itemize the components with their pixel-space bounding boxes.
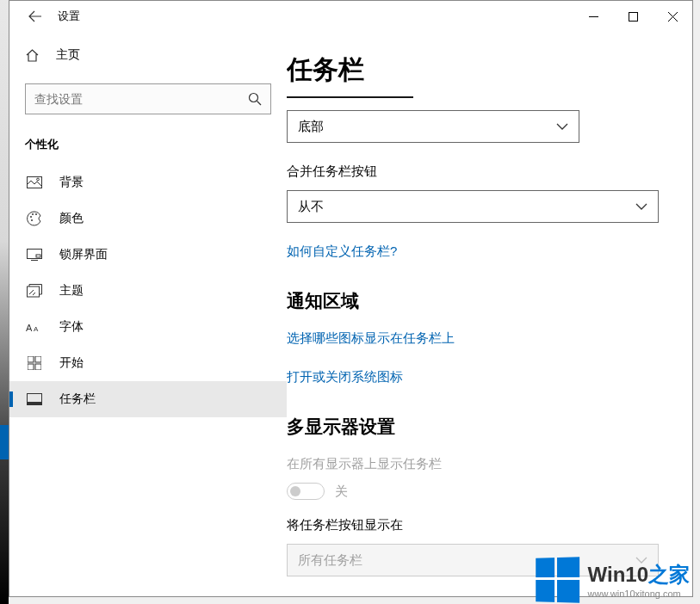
taskbar-position-dropdown[interactable]: 底部: [287, 110, 579, 143]
sidebar-item-label: 任务栏: [59, 391, 96, 407]
search-icon: [248, 92, 262, 106]
svg-rect-10: [36, 255, 40, 257]
lockscreen-icon: [25, 249, 44, 261]
svg-rect-17: [35, 364, 41, 370]
svg-point-7: [31, 219, 33, 221]
svg-text:A: A: [26, 323, 33, 333]
windows-logo-icon: [536, 557, 579, 602]
sidebar: 主页 个性化 背景 颜色 锁屏界面: [9, 32, 287, 596]
svg-rect-9: [31, 260, 38, 261]
settings-window: 设置 主页: [9, 0, 693, 597]
multi-display-section-title: 多显示器设置: [287, 415, 666, 439]
multi-show-toggle[interactable]: [287, 483, 325, 500]
combine-buttons-dropdown[interactable]: 从不: [287, 190, 659, 223]
svg-rect-16: [28, 364, 34, 370]
toggle-state-label: 关: [335, 484, 348, 500]
sidebar-item-fonts[interactable]: AA 字体: [9, 309, 287, 345]
home-button[interactable]: 主页: [9, 39, 287, 71]
sidebar-item-label: 开始: [59, 355, 84, 371]
home-label: 主页: [56, 47, 80, 63]
start-icon: [25, 356, 44, 370]
back-button[interactable]: [16, 1, 54, 32]
svg-point-3: [37, 178, 40, 181]
palette-icon: [25, 211, 44, 226]
sidebar-item-lockscreen[interactable]: 锁屏界面: [9, 237, 287, 273]
svg-point-4: [30, 216, 32, 218]
svg-text:A: A: [34, 325, 39, 333]
svg-rect-15: [35, 356, 41, 362]
dropdown-value: 从不: [298, 199, 635, 215]
font-icon: AA: [25, 321, 44, 333]
chevron-down-icon: [635, 203, 647, 210]
dropdown-value: 底部: [298, 119, 556, 135]
back-arrow-icon: [28, 9, 43, 24]
category-header: 个性化: [9, 114, 287, 164]
theme-icon: [25, 284, 44, 298]
cutoff-line: [287, 96, 413, 98]
maximize-icon: [629, 12, 638, 22]
window-title: 设置: [58, 9, 80, 24]
minimize-icon: [589, 12, 598, 22]
svg-point-5: [32, 213, 34, 215]
sidebar-item-label: 锁屏界面: [59, 247, 108, 262]
sidebar-item-label: 颜色: [59, 211, 84, 226]
svg-point-1: [250, 94, 258, 102]
watermark-url: www.win10xitong.com: [588, 589, 690, 599]
taskbar-icon: [25, 393, 44, 405]
multi-show-label: 在所有显示器上显示任务栏: [287, 456, 666, 472]
select-icons-link[interactable]: 选择哪些图标显示在任务栏上: [287, 330, 455, 347]
sidebar-item-background[interactable]: 背景: [9, 164, 287, 200]
main-panel: 任务栏 底部 合并任务栏按钮 从不 如何自定义任务栏? 通知区域 选择哪些图标显…: [287, 32, 692, 596]
maximize-button[interactable]: [613, 1, 653, 32]
sidebar-item-taskbar[interactable]: 任务栏: [9, 381, 287, 417]
picture-icon: [25, 176, 44, 188]
watermark: Win10之家 www.win10xitong.com: [535, 558, 690, 602]
svg-point-6: [35, 213, 37, 215]
svg-rect-19: [28, 402, 42, 405]
chevron-down-icon: [556, 123, 568, 130]
customize-taskbar-link[interactable]: 如何自定义任务栏?: [287, 243, 397, 260]
svg-rect-14: [28, 356, 34, 362]
close-button[interactable]: [653, 1, 692, 32]
system-icons-link[interactable]: 打开或关闭系统图标: [287, 369, 403, 385]
sidebar-item-label: 字体: [59, 319, 84, 335]
svg-rect-0: [629, 12, 637, 21]
search-input[interactable]: [34, 92, 248, 106]
close-icon: [668, 12, 678, 22]
notify-section-title: 通知区域: [287, 289, 666, 313]
minimize-button[interactable]: [573, 1, 613, 32]
show-buttons-where-label: 将任务栏按钮显示在: [287, 517, 666, 533]
titlebar: 设置: [9, 1, 692, 32]
home-icon: [25, 48, 42, 63]
sidebar-item-label: 背景: [59, 175, 84, 190]
page-title: 任务栏: [287, 52, 666, 88]
sidebar-item-themes[interactable]: 主题: [9, 273, 287, 309]
sidebar-item-label: 主题: [59, 283, 84, 299]
sidebar-item-colors[interactable]: 颜色: [9, 200, 287, 237]
search-box[interactable]: [25, 83, 271, 114]
sidebar-item-start[interactable]: 开始: [9, 345, 287, 381]
combine-label: 合并任务栏按钮: [287, 163, 666, 180]
